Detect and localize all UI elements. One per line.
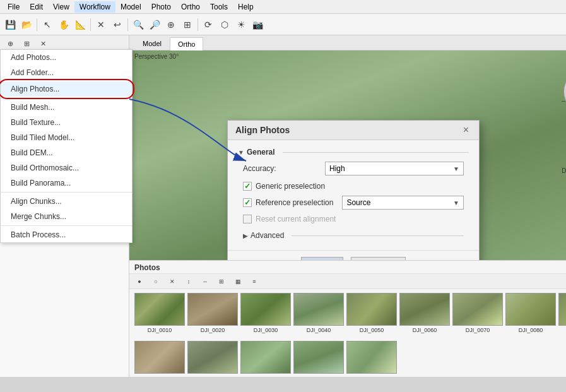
menu-workflow[interactable]: Workflow (74, 1, 115, 13)
photos-btn-5[interactable]: ↔ (198, 274, 213, 289)
accuracy-control: High ▼ (325, 162, 464, 175)
menu-photo[interactable]: Photo (146, 1, 176, 13)
menu-tools[interactable]: Tools (205, 1, 233, 13)
menu-model[interactable]: Model (115, 1, 146, 13)
toolbar-hand[interactable]: ✋ (56, 17, 71, 32)
menu-ortho[interactable]: Ortho (176, 1, 205, 13)
photo-label-0030: DJI_0030 (254, 327, 278, 333)
menu-align-photos[interactable]: Align Photos... (1, 81, 132, 97)
sep-2 (1, 192, 132, 193)
dialog-close-button[interactable]: × (461, 124, 471, 136)
photo-item-0190[interactable]: DJI_0190 (346, 341, 397, 375)
content-area: Perspective 30° _0190 DJI_0100 DJI_0110 (129, 50, 566, 260)
align-photos-dialog: Align Photos × ▼ General Accuracy: (227, 120, 480, 260)
reset-alignment-row: Reset current alignment (238, 215, 469, 223)
toolbar-undo[interactable]: ↩ (110, 17, 125, 32)
toolbar-zoom-in[interactable]: 🔍 (131, 17, 146, 32)
toolbar-open[interactable]: 📂 (19, 17, 34, 32)
photo-item-0070[interactable]: DJI_0070 (452, 293, 503, 333)
advanced-section[interactable]: ▶ Advanced (238, 229, 469, 242)
tab-model[interactable]: Model (134, 37, 170, 50)
photo-thumb-0090 (558, 293, 566, 326)
reference-dropdown-arrow: ▼ (453, 199, 459, 206)
accuracy-select[interactable]: High ▼ (325, 162, 464, 175)
toolbar-save[interactable]: 💾 (3, 17, 18, 32)
menu-file[interactable]: File (3, 1, 25, 13)
photos-btn-4[interactable]: ↕ (181, 274, 196, 289)
main-layout: ⊕ ⊞ ✕ Workspace ▼ Workspace (1 chunks, ▶… (0, 35, 566, 377)
menu-build-dem[interactable]: Build DEM... (1, 145, 132, 160)
photo-item-0170[interactable]: DJI_0170 (240, 341, 291, 375)
photo-item-0180[interactable]: DJI_0180 (293, 341, 344, 375)
menu-align-chunks[interactable]: Align Chunks... (1, 194, 132, 209)
toolbar-rotate[interactable]: ⟳ (201, 17, 216, 32)
advanced-label: Advanced (251, 231, 284, 240)
toolbar-ruler[interactable]: 📐 (73, 17, 88, 32)
photo-thumb-0060 (399, 293, 450, 326)
section-arrow-general: ▼ (238, 149, 244, 156)
photos-btn-7[interactable]: ▦ (230, 274, 245, 289)
reference-preselection-select[interactable]: Source ▼ (342, 196, 464, 210)
photo-item-0150[interactable]: DJI_0150 (134, 341, 185, 375)
photo-item-0090[interactable]: DJI_0_ (558, 293, 566, 333)
menu-add-photos[interactable]: Add Photos... (1, 50, 132, 65)
toolbar-sep-2 (90, 18, 91, 31)
menu-help[interactable]: Help (233, 1, 259, 13)
toolbar-camera[interactable]: 📷 (250, 17, 265, 32)
photo-label-0080: DJI_0080 (519, 327, 543, 333)
menu-build-texture[interactable]: Build Texture... (1, 115, 132, 130)
menu-merge-chunks[interactable]: Merge Chunks... (1, 209, 132, 224)
photos-btn-8[interactable]: ≡ (247, 274, 262, 289)
photo-label-0070: DJI_0070 (466, 327, 490, 333)
toolbar-light[interactable]: ☀ (233, 17, 249, 32)
accuracy-label: Accuracy: (243, 164, 325, 173)
generic-preselection-checkbox[interactable]: ✓ (243, 182, 252, 191)
photos-btn-delete[interactable]: ✕ (165, 274, 180, 289)
menu-build-mesh[interactable]: Build Mesh... (1, 100, 132, 115)
photo-label-0060: DJI_0060 (413, 327, 437, 333)
menu-build-panorama[interactable]: Build Panorama... (1, 175, 132, 191)
toolbar-grid[interactable]: ⊞ (180, 17, 195, 32)
photo-thumb-0020 (187, 293, 238, 326)
menu-batch[interactable]: Batch Process... (1, 227, 132, 242)
photos-btn-2[interactable]: ○ (148, 274, 163, 289)
menu-build-tiled[interactable]: Build Tiled Model... (1, 130, 132, 145)
section-header-general[interactable]: ▼ General (238, 148, 469, 157)
toolbar-sep-3 (127, 18, 128, 31)
toolbar-zoom-fit[interactable]: ⊕ (163, 17, 179, 32)
toolbar: 💾 📂 ↖ ✋ 📐 ✕ ↩ 🔍 🔎 ⊕ ⊞ ⟳ ⬡ ☀ 📷 (0, 14, 566, 35)
menu-view[interactable]: View (48, 1, 74, 13)
photo-thumb-0170 (240, 341, 291, 374)
photo-item-0030[interactable]: DJI_0030 (240, 293, 291, 333)
menu-edit[interactable]: Edit (25, 1, 48, 13)
toolbar-perspective[interactable]: ⬡ (217, 17, 232, 32)
accuracy-dropdown-arrow: ▼ (453, 165, 459, 172)
photo-item-0080[interactable]: DJI_0080 (505, 293, 556, 333)
photo-item-0050[interactable]: DJI_0050 (346, 293, 397, 333)
menu-build-ortho[interactable]: Build Orthomosaic... (1, 160, 132, 175)
advanced-line (292, 235, 464, 236)
photo-label-0020: DJI_0020 (201, 327, 225, 333)
photo-item-0160[interactable]: DJI_0160 (187, 341, 238, 375)
photo-thumb-0080 (505, 293, 556, 326)
tab-ortho[interactable]: Ortho (170, 37, 204, 50)
photo-item-0060[interactable]: DJI_0060 (399, 293, 450, 333)
photos-btn-6[interactable]: ⊞ (214, 274, 229, 289)
toolbar-cursor[interactable]: ↖ (40, 17, 55, 32)
photo-item-0010[interactable]: DJI_0010 (134, 293, 185, 333)
workflow-dropdown: Add Photos... Add Folder... Align Photos… (0, 49, 133, 243)
reset-alignment-checkbox[interactable] (243, 215, 252, 223)
photo-item-0020[interactable]: DJI_0020 (187, 293, 238, 333)
photos-panel: Photos ● ○ ✕ ↕ ↔ ⊞ ▦ ≡ DJI_0010 (129, 260, 566, 377)
toolbar-delete[interactable]: ✕ (93, 17, 109, 32)
reference-preselection-checkbox[interactable]: ✓ (243, 198, 252, 207)
tabbar: Model Ortho (129, 35, 566, 50)
toolbar-zoom-out[interactable]: 🔎 (147, 17, 162, 32)
photos-btn-1[interactable]: ● (132, 274, 147, 289)
photos-panel-title: Photos (129, 261, 566, 274)
menu-add-folder[interactable]: Add Folder... (1, 65, 132, 80)
photo-row-2: DJI_0150 DJI_0160 DJI_0170 DJI_0180 (129, 337, 566, 375)
photo-thumb-0010 (134, 293, 185, 326)
dialog-titlebar: Align Photos × (228, 121, 479, 140)
photo-item-0040[interactable]: DJI_0040 (293, 293, 344, 333)
